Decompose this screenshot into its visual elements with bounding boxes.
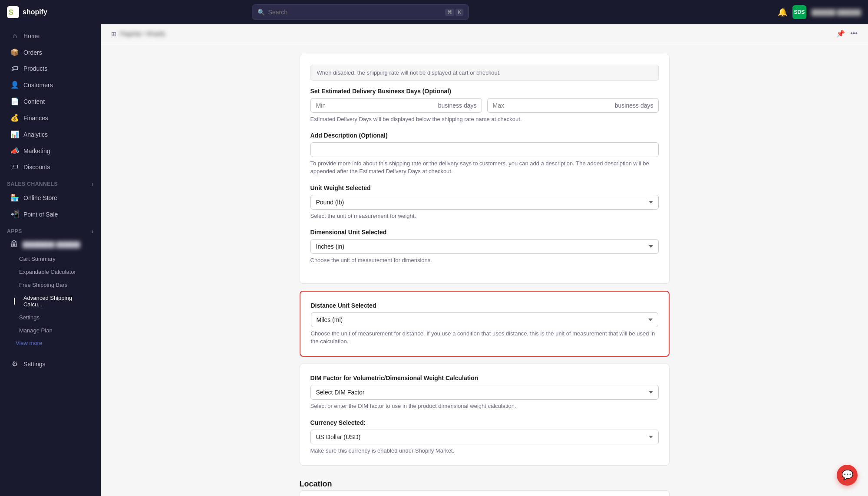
finances-icon: 💰: [10, 114, 19, 122]
weight-select[interactable]: Pound (lb) Kilogram (kg): [310, 195, 659, 210]
currency-group: Currency Selected: US Dollar (USD) Euro …: [310, 419, 659, 455]
sidebar-item-label: Home: [23, 33, 40, 39]
breadcrumb-icon: ⊞: [111, 30, 116, 37]
dim-factor-label: DIM Factor for Volumetric/Dimensional We…: [310, 374, 659, 381]
sales-channels-header: Sales channels ›: [0, 175, 101, 189]
svg-text:S: S: [9, 9, 13, 16]
sidebar-item-content[interactable]: 📄 Content: [3, 93, 97, 109]
sub-item-label: Advanced Shipping Calcu...: [23, 295, 90, 308]
pos-icon: 📲: [10, 210, 19, 218]
sidebar-item-home[interactable]: ⌂ Home: [3, 28, 97, 44]
dim-unit-helper: Choose the unit of measurement for dimen…: [310, 256, 659, 264]
sidebar-item-analytics[interactable]: 📊 Analytics: [3, 126, 97, 142]
app-store-icon: 🏛: [10, 240, 18, 249]
sidebar-item-settings[interactable]: ⚙ Settings: [3, 356, 97, 372]
dim-factor-select[interactable]: Select DIM Factor: [310, 385, 659, 400]
disabled-note: When disabled, the shipping rate will no…: [310, 65, 659, 81]
view-more-link[interactable]: View more: [0, 337, 101, 349]
sidebar-subitem-settings[interactable]: Settings: [3, 311, 97, 324]
disabled-note-section: When disabled, the shipping rate will no…: [300, 54, 670, 284]
dim-factor-group: DIM Factor for Volumetric/Dimensional We…: [310, 374, 659, 410]
content-icon: 📄: [10, 97, 19, 105]
distance-helper: Choose the unit of measurement for dista…: [311, 330, 658, 345]
apps-chevron[interactable]: ›: [92, 228, 94, 235]
sidebar-item-label: Marketing: [23, 148, 50, 154]
sub-item-label: Free Shipping Bars: [19, 282, 67, 288]
sidebar-item-products[interactable]: 🏷 Products: [3, 61, 97, 76]
business-days-row: business days business days: [310, 98, 659, 113]
min-days-input[interactable]: [310, 98, 482, 113]
weight-group: Unit Weight Selected Pound (lb) Kilogram…: [310, 184, 659, 220]
sub-item-label: Manage Plan: [19, 327, 53, 334]
weight-label: Unit Weight Selected: [310, 184, 659, 191]
sidebar-subitem-advanced-shipping[interactable]: Advanced Shipping Calcu...: [3, 292, 97, 311]
sidebar-item-label: Point of Sale: [23, 211, 58, 218]
search-icon: 🔍: [257, 9, 265, 16]
sidebar-item-orders[interactable]: 📦 Orders: [3, 44, 97, 60]
online-store-icon: 🏪: [10, 194, 19, 202]
sidebar-subitem-free-shipping[interactable]: Free Shipping Bars: [3, 279, 97, 291]
sidebar-item-finances[interactable]: 💰 Finances: [3, 110, 97, 126]
description-input[interactable]: [310, 142, 659, 157]
sidebar-item-label: Customers: [23, 82, 53, 89]
avatar[interactable]: SDS: [792, 5, 806, 19]
distance-unit-section: Distance Unit Selected Miles (mi) Kilome…: [300, 291, 670, 357]
sidebar-item-label: Content: [23, 98, 45, 105]
dim-factor-currency-section: DIM Factor for Volumetric/Dimensional We…: [300, 364, 670, 465]
sidebar-item-label: Orders: [23, 49, 42, 56]
sidebar-item-customers[interactable]: 👤 Customers: [3, 77, 97, 93]
distance-group: Distance Unit Selected Miles (mi) Kilome…: [311, 302, 658, 345]
max-days-input[interactable]: [487, 98, 659, 113]
currency-select[interactable]: US Dollar (USD) Euro (EUR) British Pound…: [310, 430, 659, 444]
logo-text: shopify: [23, 8, 47, 16]
sidebar-subitem-manage-plan[interactable]: Manage Plan: [3, 324, 97, 337]
distance-select[interactable]: Miles (mi) Kilometers (km): [311, 312, 658, 327]
sidebar-item-label: Settings: [23, 361, 46, 368]
analytics-icon: 📊: [10, 130, 19, 138]
topbar-right: 🔔 SDS ██████ ██████: [778, 5, 861, 19]
customers-icon: 👤: [10, 81, 19, 89]
sidebar-item-pos[interactable]: 📲 Point of Sale: [3, 206, 97, 222]
dim-unit-group: Dimensional Unit Selected Inches (in) Ce…: [310, 229, 659, 264]
estimated-delivery-group: Set Estimated Delivery Business Days (Op…: [310, 88, 659, 123]
search-bar[interactable]: 🔍 ⌘ K: [252, 4, 469, 20]
sub-item-label: Settings: [19, 314, 40, 321]
sub-item-label: Expandable Calculator: [19, 269, 76, 275]
sidebar-item-discounts[interactable]: 🏷 Discounts: [3, 159, 97, 175]
sidebar-subitem-expandable-calc[interactable]: Expandable Calculator: [3, 266, 97, 278]
marketing-icon: 📣: [10, 147, 19, 155]
main-content: ⊞ Flagship • Shopify 📌 ••• When disabled…: [101, 24, 868, 496]
discounts-icon: 🏷: [10, 163, 19, 171]
description-label: Add Description (Optional): [310, 132, 659, 139]
description-helper: To provide more info about this shipping…: [310, 160, 659, 175]
more-icon[interactable]: •••: [850, 30, 858, 38]
search-input[interactable]: [268, 9, 442, 16]
description-group: Add Description (Optional) To provide mo…: [310, 132, 659, 175]
sidebar-item-label: Analytics: [23, 131, 48, 138]
sidebar-subitem-cart-summary[interactable]: Cart Summary: [3, 253, 97, 265]
home-icon: ⌂: [10, 32, 19, 40]
location-section: [300, 490, 670, 496]
dim-factor-helper: Select or enter the DIM factor to use in…: [310, 402, 659, 410]
app-main-item[interactable]: 🏛 ████████ ██████: [3, 237, 97, 252]
sidebar-item-marketing[interactable]: 📣 Marketing: [3, 143, 97, 159]
kbd-cmd: ⌘: [445, 9, 454, 16]
chat-icon: 💬: [842, 470, 853, 481]
kbd-k: K: [455, 9, 463, 16]
bell-icon[interactable]: 🔔: [778, 7, 787, 17]
location-title: Location: [300, 473, 670, 490]
form-area: When disabled, the shipping rate will no…: [289, 43, 680, 496]
min-days-wrap: business days: [310, 98, 482, 113]
sidebar-item-label: Discounts: [23, 164, 50, 171]
sub-item-label: Cart Summary: [19, 256, 56, 262]
products-icon: 🏷: [10, 65, 19, 72]
sidebar-item-online-store[interactable]: 🏪 Online Store: [3, 190, 97, 206]
dim-unit-select[interactable]: Inches (in) Centimeters (cm): [310, 239, 659, 254]
chat-button[interactable]: 💬: [837, 465, 858, 486]
orders-icon: 📦: [10, 48, 19, 56]
pin-icon[interactable]: 📌: [836, 30, 845, 38]
currency-helper: Make sure this currency is enabled under…: [310, 447, 659, 455]
weight-helper: Select the unit of measurement for weigh…: [310, 212, 659, 220]
sales-channels-chevron[interactable]: ›: [92, 181, 94, 187]
currency-label: Currency Selected:: [310, 419, 659, 426]
